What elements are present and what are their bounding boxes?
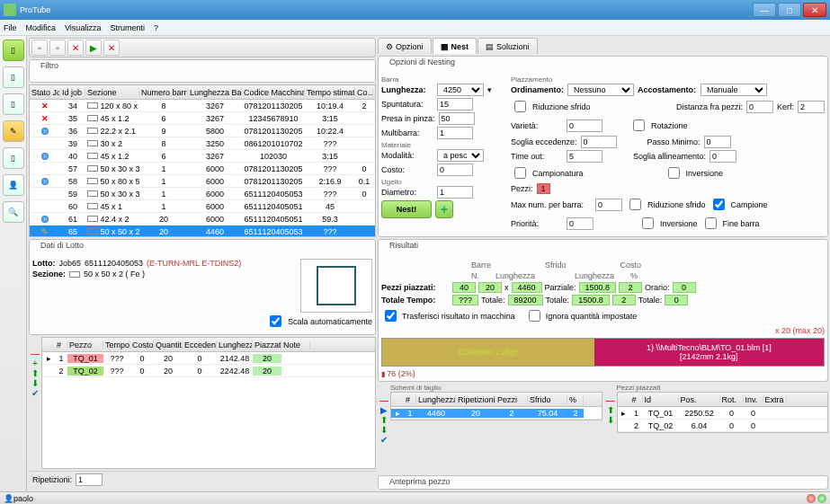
ordinamento-select[interactable]: Nessuno [567,84,634,96]
sch-ok-icon[interactable]: ✔ [380,436,388,445]
window-titlebar: ProTube — □ ✕ [0,0,830,20]
nest-button[interactable]: Nest! [381,200,432,218]
sidebar: ▯ ▯ ▯ ✎ ▯ 👤 🔍 [0,36,27,491]
rotazione-check[interactable] [633,119,645,131]
tool-run[interactable]: ▶ [85,40,102,56]
camp2-check[interactable] [713,199,725,210]
piaz-row[interactable]: ▸1TQ_012250.5200 [618,407,828,420]
camp-check[interactable] [514,167,526,179]
menu-visualizza[interactable]: Visualizza [65,23,101,32]
prio-input[interactable] [567,217,593,230]
lotto-panel: Dati di Lotto Lotto: Job65 6511120405053… [29,239,376,335]
sch-remove-icon[interactable]: — [379,396,388,405]
sall-input[interactable] [710,150,736,163]
ignora-check[interactable] [529,310,540,322]
soglia-input[interactable] [581,136,617,148]
sch-sel-icon[interactable]: ▶ [380,406,388,415]
gear-icon: ⚙ [386,42,393,51]
pezzo-row[interactable]: 2TQ_02 ???0 200 2242.4820 [42,365,375,377]
lunghezza-select[interactable]: 4250 [437,84,484,96]
pz-up-icon[interactable]: ⬆ [607,406,614,415]
job-row[interactable]: 39 30 x 2832500861201010702??? [30,137,375,150]
nest-add-button[interactable]: + [435,200,453,218]
down-icon[interactable]: ⬇ [31,379,39,388]
passo-input[interactable] [704,136,731,148]
side-btn-2[interactable]: ▯ [3,66,24,88]
pezzi-grid[interactable]: #Pezzo TempoCosto QuantitàEccedenza Lung… [41,337,376,469]
pezzi-count: 1 [537,183,550,194]
schema-row[interactable]: ▸1446020275.042 [391,407,602,420]
minimize-button[interactable]: — [753,3,776,17]
varieta-input[interactable] [567,119,602,132]
menu-modifica[interactable]: Modifica [26,23,57,32]
ripetizioni-input[interactable] [76,473,103,486]
status-user: paolo [13,494,33,503]
inv-check[interactable] [668,167,680,179]
side-btn-3[interactable]: ▯ [3,93,24,115]
add-icon[interactable]: + [32,359,38,368]
tab-nest[interactable]: ▦Nest [433,38,477,54]
status-led-red [807,494,816,503]
job-row[interactable]: 58 50 x 80 x 51600007812011302052:16.90.… [30,175,375,188]
maximize-button[interactable]: □ [778,3,801,17]
tab-opzioni[interactable]: ⚙Opzioni [378,38,432,54]
trasf-check[interactable] [385,310,397,322]
section-icon [69,271,80,278]
right-tabs: ⚙Opzioni ▦Nest ▤Soluzioni [378,38,828,54]
pezzo-row[interactable]: ▸1TQ_01 ???0 200 2142.4820 [42,352,375,365]
anteprima-panel[interactable]: Anteprima pezzo [378,475,828,490]
pinza-input[interactable] [439,112,475,125]
piazzati-grid[interactable]: #IdPos.Rot.Inv.Extra ▸1TQ_012250.5200 2T… [617,392,829,433]
maxnum-input[interactable] [595,199,622,211]
timeout-input[interactable] [567,150,602,163]
distanza-input[interactable] [746,101,773,113]
fineb-check[interactable] [705,217,717,229]
kerf-input[interactable] [798,101,825,113]
multibarra-input[interactable] [437,127,473,139]
job-row[interactable]: 40 45 x 1.2632671020303:15 [30,150,375,163]
modalita-select[interactable]: a peso [437,149,484,162]
job-row[interactable]: 61 42.4 x 2206000651112040505159.3 [30,213,375,225]
job-row[interactable]: 57 50 x 30 x 3160000781201130205???0 [30,163,375,175]
menu-file[interactable]: File [4,23,17,32]
ok-icon[interactable]: ✔ [31,389,39,398]
pz-down-icon[interactable]: ⬇ [607,416,614,425]
sch-up-icon[interactable]: ⬆ [380,416,388,425]
side-btn-7[interactable]: 🔍 [3,201,24,223]
window-title: ProTube [20,5,50,14]
scala-auto-check[interactable] [270,315,281,327]
job-row[interactable]: 59 50 x 30 x 3160006511120405053???0 [30,188,375,200]
sch-down-icon[interactable]: ⬇ [380,426,388,435]
pz-remove-icon[interactable]: — [606,396,615,405]
job-row[interactable]: ✕34 120 x 80 x 583267078120113020510:19.… [30,100,375,112]
tool-x[interactable]: ✕ [103,40,120,56]
menu-help[interactable]: ? [154,23,158,32]
tool-open[interactable]: ▫ [49,40,66,56]
menu-strumenti[interactable]: Strumenti [110,23,145,32]
job-row[interactable]: ✕35 45 x 1.263267123456789103:15 [30,112,375,125]
schemi-grid[interactable]: #LunghezzaRipetizioniPezziSfrido% ▸14460… [390,392,602,420]
tab-soluzioni[interactable]: ▤Soluzioni [477,38,538,54]
tool-new[interactable]: ▫ [31,40,48,56]
diametro-input[interactable] [437,186,473,199]
spuntatura-input[interactable] [437,98,473,111]
tool-del[interactable]: ✕ [67,40,84,56]
jobs-grid[interactable]: Stato Job Id job Sezione Numero barre Lu… [29,84,376,237]
rid2-check[interactable] [629,199,641,210]
job-row[interactable]: 36 22.2 x 2.195800078120113020510:22.4 [30,125,375,137]
piaz-row[interactable]: 2TQ_026.0400 [618,420,828,432]
side-btn-4[interactable]: ✎ [3,120,24,142]
accostamento-select[interactable]: Manuale [701,84,767,96]
close-button[interactable]: ✕ [803,3,826,17]
inv2-check[interactable] [642,217,654,229]
job-row[interactable]: 60 45 x 116000651112040505145 [30,200,375,213]
remove-icon[interactable]: — [31,349,40,358]
side-btn-5[interactable]: ▯ [3,147,24,169]
side-btn-6[interactable]: 👤 [3,174,24,196]
side-btn-1[interactable]: ▯ [3,40,24,61]
riduzione-check[interactable] [514,101,526,112]
job-row[interactable]: ✎65 50 x 50 x 22044606511120405053??? [30,225,375,237]
costo-input[interactable] [437,164,473,176]
jobs-toolbar: ▫ ▫ ✕ ▶ ✕ [29,38,376,57]
up-icon[interactable]: ⬆ [31,369,39,378]
